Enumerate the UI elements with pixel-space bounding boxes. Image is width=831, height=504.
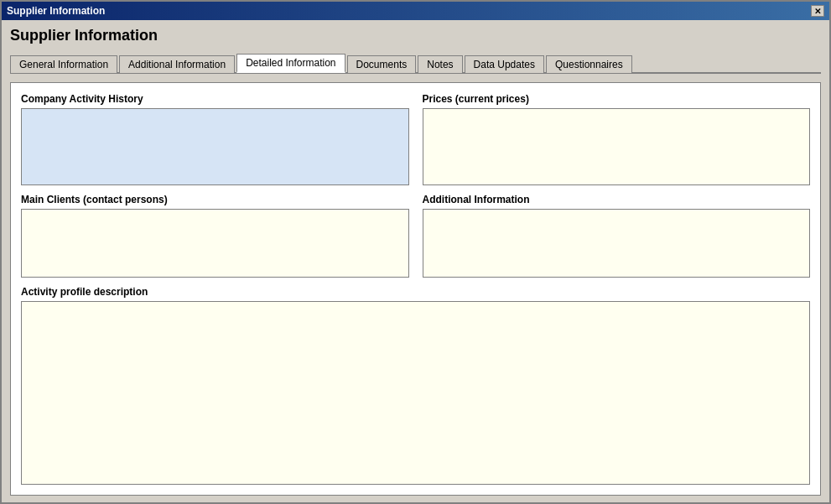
tab-questionnaires[interactable]: Questionnaires bbox=[546, 55, 632, 73]
additional-info-textarea[interactable] bbox=[423, 209, 811, 278]
tab-bar: General Information Additional Informati… bbox=[10, 53, 821, 74]
activity-profile-label: Activity profile description bbox=[21, 286, 810, 298]
company-activity-group: Company Activity History bbox=[21, 93, 409, 185]
company-activity-textarea[interactable] bbox=[21, 108, 409, 185]
additional-info-label: Additional Information bbox=[423, 194, 811, 205]
middle-row: Main Clients (contact persons) Additiona… bbox=[21, 194, 810, 278]
main-clients-label: Main Clients (contact persons) bbox=[21, 194, 409, 205]
tab-additional[interactable]: Additional Information bbox=[119, 55, 235, 73]
top-row: Company Activity History Prices (current… bbox=[21, 93, 810, 185]
close-button[interactable]: ✕ bbox=[811, 5, 824, 17]
form-area: Company Activity History Prices (current… bbox=[10, 82, 821, 496]
main-clients-group: Main Clients (contact persons) bbox=[21, 194, 409, 278]
activity-profile-textarea[interactable] bbox=[21, 301, 810, 485]
page-title: Supplier Information bbox=[10, 27, 821, 44]
company-activity-label: Company Activity History bbox=[21, 93, 409, 105]
title-bar: Supplier Information ✕ bbox=[2, 2, 829, 20]
tab-notes[interactable]: Notes bbox=[418, 55, 462, 73]
tab-general[interactable]: General Information bbox=[10, 55, 117, 73]
title-bar-text: Supplier Information bbox=[7, 5, 105, 17]
tab-data-updates[interactable]: Data Updates bbox=[465, 55, 544, 73]
window-content: Supplier Information General Information… bbox=[2, 20, 829, 502]
prices-group: Prices (current prices) bbox=[423, 93, 811, 185]
activity-profile-section: Activity profile description bbox=[21, 286, 810, 485]
main-clients-textarea[interactable] bbox=[21, 209, 409, 278]
tab-detailed[interactable]: Detailed Information bbox=[236, 54, 345, 73]
main-window: Supplier Information ✕ Supplier Informat… bbox=[0, 0, 831, 504]
prices-textarea[interactable] bbox=[423, 108, 811, 185]
additional-info-group: Additional Information bbox=[423, 194, 811, 278]
tab-documents[interactable]: Documents bbox=[347, 55, 417, 73]
prices-label: Prices (current prices) bbox=[423, 93, 811, 105]
